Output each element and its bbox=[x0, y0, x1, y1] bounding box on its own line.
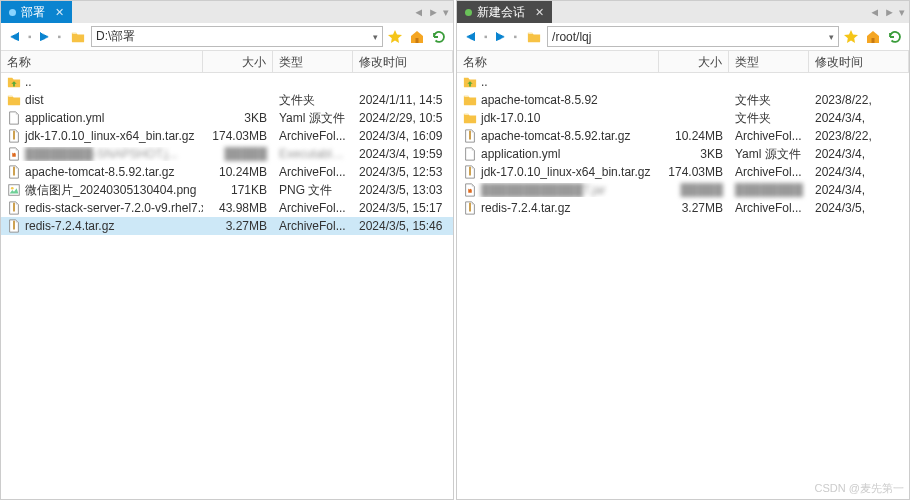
file-name: jdk-17.0.10_linux-x64_bin.tar.gz bbox=[25, 129, 194, 143]
table-row[interactable]: redis-7.2.4.tar.gz3.27MBArchiveFol...202… bbox=[457, 199, 909, 217]
home-button[interactable] bbox=[863, 27, 883, 47]
header-type[interactable]: 类型 bbox=[729, 51, 809, 72]
left-tab[interactable]: 部署 ✕ bbox=[1, 1, 72, 23]
right-file-list[interactable]: ..apache-tomcat-8.5.92文件夹2023/8/22,jdk-1… bbox=[457, 73, 909, 499]
left-tabbar: 部署 ✕ ◄ ► ▾ bbox=[1, 1, 453, 23]
folder-up-icon bbox=[463, 75, 477, 89]
forward-button[interactable]: ⯈ bbox=[35, 27, 55, 47]
tab-menu-icon[interactable]: ▾ bbox=[899, 6, 905, 19]
file-name: apache-tomcat-8.5.92.tar.gz bbox=[481, 129, 630, 143]
file-date: 2024/3/5, 13:03 bbox=[353, 183, 453, 197]
archive-icon bbox=[463, 165, 477, 179]
header-type[interactable]: 类型 bbox=[273, 51, 353, 72]
folder-icon bbox=[526, 30, 542, 44]
table-row[interactable]: apache-tomcat-8.5.92.tar.gz10.24MBArchiv… bbox=[457, 127, 909, 145]
file-date: 2024/3/5, 12:53 bbox=[353, 165, 453, 179]
folder-icon bbox=[463, 111, 477, 125]
table-row[interactable]: application.yml3KBYaml 源文件2024/3/4, bbox=[457, 145, 909, 163]
parent-dir-row[interactable]: .. bbox=[1, 73, 453, 91]
file-type: ArchiveFol... bbox=[273, 165, 353, 179]
table-row[interactable]: application.yml3KBYaml 源文件2024/2/29, 10:… bbox=[1, 109, 453, 127]
table-row[interactable]: redis-7.2.4.tar.gz3.27MBArchiveFol...202… bbox=[1, 217, 453, 235]
back-button[interactable]: ⯇ bbox=[5, 27, 25, 47]
file-name: apache-tomcat-8.5.92.tar.gz bbox=[25, 165, 174, 179]
file-date: 2024/3/4, bbox=[809, 165, 909, 179]
file-name: jdk-17.0.10_linux-x64_bin.tar.gz bbox=[481, 165, 650, 179]
parent-dir-row[interactable]: .. bbox=[457, 73, 909, 91]
header-name[interactable]: 名称 bbox=[457, 51, 659, 72]
header-date[interactable]: 修改时间 bbox=[809, 51, 909, 72]
header-name[interactable]: 名称 bbox=[1, 51, 203, 72]
file-date: 2024/3/4, bbox=[809, 111, 909, 125]
table-row[interactable]: jdk-17.0.10文件夹2024/3/4, bbox=[457, 109, 909, 127]
left-path-box[interactable]: D:\部署 ▾ bbox=[91, 26, 383, 47]
favorite-button[interactable] bbox=[385, 27, 405, 47]
right-pane: 新建会话 ✕ ◄ ► ▾ ⯇▪ ⯈▪ /root/lqj ▾ 名称 大小 类型 … bbox=[456, 0, 910, 500]
refresh-button[interactable] bbox=[429, 27, 449, 47]
tab-next-icon[interactable]: ► bbox=[884, 6, 895, 18]
file-type: 文件夹 bbox=[729, 110, 809, 127]
back-button[interactable]: ⯇ bbox=[461, 27, 481, 47]
right-path-box[interactable]: /root/lqj ▾ bbox=[547, 26, 839, 47]
table-row[interactable]: redis-stack-server-7.2.0-v9.rhel7.x8...4… bbox=[1, 199, 453, 217]
home-button[interactable] bbox=[407, 27, 427, 47]
file-size: 3.27MB bbox=[203, 219, 273, 233]
favorite-button[interactable] bbox=[841, 27, 861, 47]
file-name: apache-tomcat-8.5.92 bbox=[481, 93, 598, 107]
file-type: ████████ bbox=[729, 183, 809, 197]
tab-menu-icon[interactable]: ▾ bbox=[443, 6, 449, 19]
file-icon bbox=[7, 111, 21, 125]
file-name: ████████-SNAPSHOT.j... bbox=[25, 147, 178, 161]
file-name: redis-7.2.4.tar.gz bbox=[481, 201, 570, 215]
tabbar-nav: ◄ ► ▾ bbox=[869, 1, 909, 23]
table-row[interactable]: ████████-SNAPSHOT.j...█████Executable...… bbox=[1, 145, 453, 163]
table-row[interactable]: apache-tomcat-8.5.92.tar.gz10.24MBArchiv… bbox=[1, 163, 453, 181]
header-size[interactable]: 大小 bbox=[659, 51, 729, 72]
close-icon[interactable]: ✕ bbox=[535, 6, 544, 19]
refresh-button[interactable] bbox=[885, 27, 905, 47]
file-name: redis-7.2.4.tar.gz bbox=[25, 219, 114, 233]
image-icon bbox=[7, 183, 21, 197]
file-type: ArchiveFol... bbox=[729, 165, 809, 179]
tab-next-icon[interactable]: ► bbox=[428, 6, 439, 18]
archive-icon bbox=[7, 165, 21, 179]
forward-button[interactable]: ⯈ bbox=[491, 27, 511, 47]
header-date[interactable]: 修改时间 bbox=[353, 51, 453, 72]
table-row[interactable]: dist文件夹2024/1/11, 14:5 bbox=[1, 91, 453, 109]
archive-icon bbox=[7, 201, 21, 215]
header-size[interactable]: 大小 bbox=[203, 51, 273, 72]
file-name: 微信图片_20240305130404.png bbox=[25, 182, 196, 199]
archive-icon bbox=[7, 129, 21, 143]
file-date: 2024/2/29, 10:5 bbox=[353, 111, 453, 125]
file-icon bbox=[463, 147, 477, 161]
file-size: █████ bbox=[659, 183, 729, 197]
file-date: 2024/3/5, bbox=[809, 201, 909, 215]
file-date: 2023/8/22, bbox=[809, 93, 909, 107]
file-size: 3KB bbox=[203, 111, 273, 125]
file-type: Executable... bbox=[273, 147, 353, 161]
tab-prev-icon[interactable]: ◄ bbox=[869, 6, 880, 18]
tab-prev-icon[interactable]: ◄ bbox=[413, 6, 424, 18]
file-type: Yaml 源文件 bbox=[273, 110, 353, 127]
table-row[interactable]: jdk-17.0.10_linux-x64_bin.tar.gz174.03MB… bbox=[457, 163, 909, 181]
chevron-down-icon[interactable]: ▾ bbox=[829, 32, 834, 42]
table-row[interactable]: 微信图片_20240305130404.png171KBPNG 文件2024/3… bbox=[1, 181, 453, 199]
left-toolbar: ⯇▪ ⯈▪ D:\部署 ▾ bbox=[1, 23, 453, 51]
right-tab-label: 新建会话 bbox=[477, 4, 525, 21]
file-date: 2024/3/4, 19:59 bbox=[353, 147, 453, 161]
close-icon[interactable]: ✕ bbox=[55, 6, 64, 19]
table-row[interactable]: apache-tomcat-8.5.92文件夹2023/8/22, bbox=[457, 91, 909, 109]
file-size: 3.27MB bbox=[659, 201, 729, 215]
right-tab[interactable]: 新建会话 ✕ bbox=[457, 1, 552, 23]
file-type: ArchiveFol... bbox=[729, 201, 809, 215]
archive-icon bbox=[463, 129, 477, 143]
folder-up-icon bbox=[7, 75, 21, 89]
file-name: redis-stack-server-7.2.0-v9.rhel7.x8... bbox=[25, 201, 203, 215]
chevron-down-icon[interactable]: ▾ bbox=[373, 32, 378, 42]
table-row[interactable]: jdk-17.0.10_linux-x64_bin.tar.gz174.03MB… bbox=[1, 127, 453, 145]
file-type: Yaml 源文件 bbox=[729, 146, 809, 163]
table-row[interactable]: ████████████T.jar█████████████2024/3/4, bbox=[457, 181, 909, 199]
file-size: 43.98MB bbox=[203, 201, 273, 215]
file-type: ArchiveFol... bbox=[273, 201, 353, 215]
left-file-list[interactable]: ..dist文件夹2024/1/11, 14:5application.yml3… bbox=[1, 73, 453, 499]
